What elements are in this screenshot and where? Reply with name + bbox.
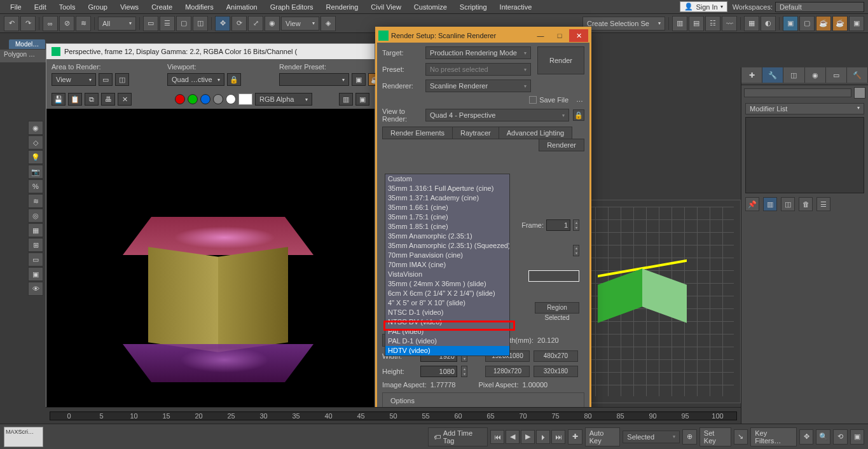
clone-button[interactable]: ⧉	[85, 93, 99, 106]
preset-list-item[interactable]: 70mm IMAX (cine)	[385, 260, 509, 270]
spinner-snap-button[interactable]: ◎	[28, 209, 43, 223]
tab-renderer[interactable]: Renderer	[539, 139, 584, 151]
renderer-dropdown[interactable]: Scanline Renderer▾	[425, 79, 531, 92]
utilities-tab[interactable]: 🔨	[847, 67, 868, 83]
preset-list-item[interactable]: 35mm Anamorphic (2.35:1)	[385, 231, 509, 241]
maximize-button[interactable]: □	[550, 29, 569, 42]
tab-render-elements[interactable]: Render Elements	[382, 127, 453, 139]
select-name-button[interactable]: ☰	[160, 16, 175, 31]
time-slider-track[interactable]: 0510152025303540455055606570758085909510…	[50, 411, 737, 420]
preset-list-item[interactable]: 35mm 1.75:1 (cine)	[385, 212, 509, 222]
preset-list-item[interactable]: 35mm 1.37:1 Academy (cine)	[385, 193, 509, 203]
render-setup-button[interactable]: ▣	[783, 16, 798, 31]
menu-edit[interactable]: Edit	[28, 3, 53, 11]
render-canvas[interactable]	[46, 109, 375, 437]
channel-red-button[interactable]	[175, 94, 185, 104]
copy-image-button[interactable]: 📋	[68, 93, 82, 106]
undo-button[interactable]: ↶	[4, 16, 19, 31]
next-frame-button[interactable]: ⏵	[536, 430, 550, 444]
preset-list-item[interactable]: HDTV (video)	[385, 346, 509, 356]
unlink-button[interactable]: ⊘	[59, 16, 74, 31]
tab-raytracer[interactable]: Raytracer	[453, 127, 499, 139]
motion-tab[interactable]: ◉	[805, 67, 826, 83]
preset-list-item[interactable]: 35mm 1.66:1 (cine)	[385, 203, 509, 212]
sign-in-button[interactable]: 👤 Sign In ▾	[680, 1, 727, 12]
prev-frame-button[interactable]: ◀	[506, 430, 520, 444]
menu-graph-editors[interactable]: Graph Editors	[264, 3, 320, 11]
dialog-titlebar[interactable]: Render Setup: Scanline Renderer — □ ✕	[377, 29, 589, 43]
preset-list-item[interactable]: 4" X 5" or 8" X 10" (slide)	[385, 298, 509, 308]
viewport-bg-button[interactable]: ▣	[28, 267, 43, 281]
render-button[interactable]: Render	[537, 46, 584, 74]
set-key-button[interactable]: Set Key	[699, 427, 731, 446]
layers-button[interactable]: ☷	[705, 16, 720, 31]
menu-modifiers[interactable]: Modifiers	[179, 3, 220, 11]
frame-field[interactable]: 1	[546, 219, 570, 231]
menu-scripting[interactable]: Scripting	[453, 3, 493, 11]
channel-dropdown[interactable]: RGB Alpha▾	[255, 93, 312, 106]
render-icon-button[interactable]: ▣	[352, 73, 366, 86]
menu-views[interactable]: Views	[114, 3, 145, 11]
goto-end-button[interactable]: ⏭	[551, 430, 565, 444]
rotate-button[interactable]: ⟳	[231, 16, 247, 31]
key-filter-dropdown[interactable]: Selected▾	[623, 431, 680, 443]
render-button[interactable]: ☕	[816, 16, 831, 31]
menu-group[interactable]: Group	[81, 3, 114, 11]
channel-alpha-button[interactable]	[213, 94, 223, 104]
clear-button[interactable]: ✕	[118, 93, 132, 106]
remove-modifier-button[interactable]: 🗑	[799, 197, 813, 211]
preset-list-item[interactable]: 35mm ( 24mm X 36mm ) (slide)	[385, 279, 509, 289]
preset-320x180-button[interactable]: 320x180	[534, 366, 578, 377]
preset-list-item[interactable]: Custom	[385, 174, 509, 184]
save-file-browse[interactable]: …	[576, 95, 583, 103]
save-file-checkbox[interactable]: Save File	[529, 95, 568, 104]
configure-sets-button[interactable]: ☰	[816, 197, 830, 211]
redo-button[interactable]: ↷	[20, 16, 36, 31]
placement-button[interactable]: ◉	[265, 16, 280, 31]
viewport-dropdown[interactable]: Quad …ctive▾	[167, 73, 224, 86]
preset-list-item[interactable]: VistaVision	[385, 270, 509, 279]
preset-list-item[interactable]: PAL (video)	[385, 327, 509, 336]
snap-toggle-button[interactable]: ◉	[28, 121, 43, 135]
preset-list-item[interactable]: NTSC DV (video)	[385, 317, 509, 327]
modifier-stack[interactable]	[745, 117, 864, 193]
pivot-button[interactable]: ◈	[320, 16, 336, 31]
render-last-button[interactable]: ☕	[832, 16, 848, 31]
waves-button[interactable]: ≋	[28, 194, 43, 208]
modifier-list-dropdown[interactable]: Modifier List▾	[745, 103, 864, 114]
modify-tab[interactable]: 🔧	[762, 67, 783, 83]
display-tab[interactable]: ▭	[826, 67, 847, 83]
print-button[interactable]: 🖶	[101, 93, 115, 106]
angle-snap-button[interactable]: ◇	[28, 135, 43, 149]
preset-dropdown[interactable]: No preset selected▾	[425, 63, 531, 76]
key-mode-button[interactable]: ✚	[568, 429, 582, 445]
scale-button[interactable]: ⤢	[248, 16, 263, 31]
selection-filter-dropdown[interactable]: All ▾	[98, 17, 136, 31]
tab-advanced-lighting[interactable]: Advanced Lighting	[499, 127, 573, 139]
object-name-field[interactable]	[744, 88, 851, 97]
maxscript-listener[interactable]: MAXScri…	[4, 427, 43, 447]
hierarchy-tab[interactable]: ◫	[783, 67, 804, 83]
close-button[interactable]: ✕	[569, 29, 588, 42]
menu-customize[interactable]: Customize	[408, 3, 453, 11]
preset-list-item[interactable]: NTSC D-1 (video)	[385, 308, 509, 317]
schematic-button[interactable]: ▦	[744, 16, 759, 31]
menu-civil-view[interactable]: Civil View	[364, 3, 407, 11]
rendered-frame-button[interactable]: ▢	[799, 16, 815, 31]
overlay-button[interactable]: ▣	[355, 93, 369, 106]
link-button[interactable]: ∞	[43, 16, 58, 31]
area-to-render-dropdown[interactable]: View▾	[52, 73, 96, 86]
add-time-tag-button[interactable]: 🏷 Add Time Tag	[428, 427, 488, 446]
material-editor-button[interactable]: ◐	[761, 16, 776, 31]
window-crossing-button[interactable]: ◫	[193, 16, 208, 31]
menu-tools[interactable]: Tools	[53, 3, 82, 11]
menu-interactive[interactable]: Interactive	[493, 3, 539, 11]
channel-green-button[interactable]	[188, 94, 198, 104]
preset-1280x720-button[interactable]: 1280x720	[485, 366, 530, 377]
nav-pan-button[interactable]: ✥	[799, 429, 814, 445]
nav-orbit-button[interactable]: ⟲	[833, 429, 848, 445]
view-to-render-dropdown[interactable]: Quad 4 - Perspective▾	[425, 109, 569, 121]
percent-snap-button[interactable]: %	[28, 179, 43, 193]
height-field[interactable]: 1080	[420, 366, 457, 377]
nav-max-button[interactable]: ▣	[850, 429, 865, 445]
